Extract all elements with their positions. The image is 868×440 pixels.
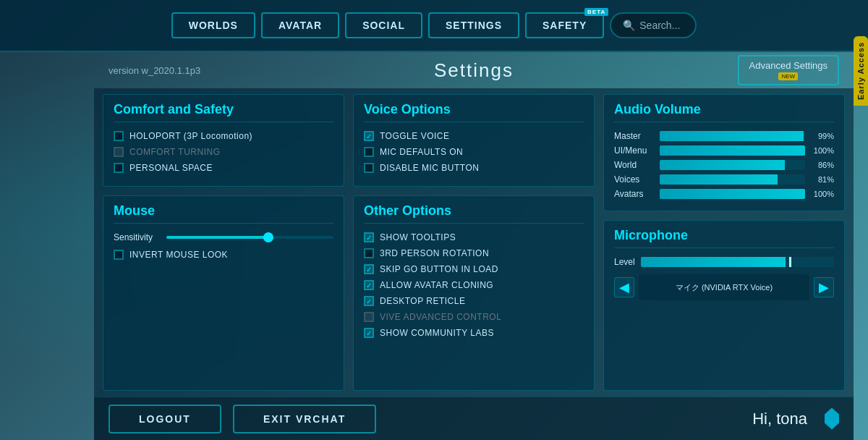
nav-settings-button[interactable]: SETTINGS bbox=[428, 12, 519, 38]
uimenu-fill bbox=[660, 145, 805, 156]
world-track[interactable] bbox=[660, 160, 805, 170]
settings-header: version w_2020.1.1p3 Settings Advanced S… bbox=[94, 52, 854, 88]
show-tooltips-checkbox[interactable] bbox=[364, 232, 374, 242]
invert-mouse-label: INVERT MOUSE LOOK bbox=[129, 250, 228, 260]
master-track[interactable] bbox=[660, 131, 805, 141]
master-fill bbox=[660, 131, 804, 141]
personal-space-label: PERSONAL SPACE bbox=[129, 163, 213, 173]
toggle-voice-label: TOGGLE VOICE bbox=[380, 131, 449, 141]
mic-next-button[interactable]: ▶ bbox=[814, 277, 834, 297]
other-options-panel: Other Options SHOW TOOLTIPS 3RD PERSON R… bbox=[353, 195, 595, 391]
uimenu-label: UI/Menu bbox=[614, 145, 654, 156]
advanced-settings-button[interactable]: Advanced Settings NEW bbox=[738, 55, 839, 85]
skip-go-checkbox[interactable] bbox=[364, 264, 374, 274]
holoport-label: HOLOPORT (3P Locomotion) bbox=[129, 131, 252, 141]
holoport-checkbox[interactable] bbox=[114, 131, 124, 141]
voices-pct: 81% bbox=[811, 175, 834, 184]
voices-volume-row: Voices 81% bbox=[614, 174, 834, 185]
world-label: World bbox=[614, 160, 654, 170]
master-pct: 99% bbox=[811, 132, 834, 140]
comfort-turning-checkbox[interactable] bbox=[114, 147, 124, 157]
other-options-title: Other Options bbox=[364, 203, 584, 224]
skip-go-item: SKIP GO BUTTON IN LOAD bbox=[364, 264, 584, 274]
3rd-person-item: 3RD PERSON ROTATION bbox=[364, 248, 584, 258]
nav-bar: WORLDS AVATAR SOCIAL SETTINGS SAFETY BET… bbox=[0, 0, 868, 52]
mic-defaults-checkbox[interactable] bbox=[364, 147, 374, 157]
community-labs-label: SHOW COMMUNITY LABS bbox=[380, 328, 494, 338]
logout-button[interactable]: LOGOUT bbox=[109, 405, 221, 433]
voices-track[interactable] bbox=[660, 174, 805, 185]
nav-worlds-button[interactable]: WORLDS bbox=[171, 12, 255, 38]
exit-vrchat-button[interactable]: EXIT VRCHAT bbox=[233, 405, 376, 433]
right-column: Audio Volume Master 99% UI/Menu 100% bbox=[603, 94, 845, 391]
uimenu-track[interactable] bbox=[660, 145, 805, 156]
left-column: Comfort and Safety HOLOPORT (3P Locomoti… bbox=[103, 94, 344, 391]
avatars-pct: 100% bbox=[811, 190, 834, 198]
world-pct: 86% bbox=[811, 161, 834, 169]
desktop-reticle-checkbox[interactable] bbox=[364, 296, 374, 306]
personal-space-item: PERSONAL SPACE bbox=[114, 163, 333, 173]
beta-badge: BETA bbox=[584, 8, 608, 16]
uimenu-pct: 100% bbox=[811, 146, 834, 155]
disable-mic-label: DISABLE MIC BUTTON bbox=[380, 163, 479, 173]
sensitivity-thumb bbox=[263, 232, 273, 242]
nav-avatar-button[interactable]: AVATAR bbox=[261, 12, 339, 38]
master-volume-row: Master 99% bbox=[614, 131, 834, 141]
audio-volume-title: Audio Volume bbox=[614, 102, 834, 122]
desktop-reticle-label: DESKTOP RETICLE bbox=[380, 296, 465, 306]
invert-mouse-item: INVERT MOUSE LOOK bbox=[114, 250, 333, 260]
mouse-title: Mouse bbox=[114, 203, 333, 224]
invert-mouse-checkbox[interactable] bbox=[114, 250, 124, 260]
sensitivity-fill bbox=[166, 236, 267, 239]
allow-cloning-item: ALLOW AVATAR CLONING bbox=[364, 280, 584, 290]
master-label: Master bbox=[614, 131, 654, 141]
greeting-text: Hi, tona bbox=[752, 410, 807, 428]
disable-mic-checkbox[interactable] bbox=[364, 163, 374, 173]
avatars-label: Avatars bbox=[614, 189, 654, 199]
show-tooltips-label: SHOW TOOLTIPS bbox=[380, 232, 456, 242]
personal-space-checkbox[interactable] bbox=[114, 163, 124, 173]
world-volume-row: World 86% bbox=[614, 160, 834, 170]
comfort-turning-item: COMFORT TURNING bbox=[114, 147, 333, 157]
middle-column: Voice Options TOGGLE VOICE MIC DEFAULTS … bbox=[353, 94, 595, 391]
mic-prev-button[interactable]: ◀ bbox=[614, 277, 634, 297]
avatars-volume-row: Avatars 100% bbox=[614, 189, 834, 199]
settings-title: Settings bbox=[434, 59, 514, 82]
allow-cloning-label: ALLOW AVATAR CLONING bbox=[380, 280, 493, 290]
search-box: 🔍 Search... bbox=[610, 12, 697, 38]
sensitivity-track[interactable] bbox=[166, 236, 333, 239]
nav-safety-button[interactable]: SAFETY BETA bbox=[525, 12, 604, 38]
voice-options-panel: Voice Options TOGGLE VOICE MIC DEFAULTS … bbox=[353, 94, 595, 187]
community-labs-item: SHOW COMMUNITY LABS bbox=[364, 328, 584, 338]
3rd-person-checkbox[interactable] bbox=[364, 248, 374, 258]
toggle-voice-checkbox[interactable] bbox=[364, 131, 374, 141]
nav-social-button[interactable]: SOCIAL bbox=[345, 12, 422, 38]
voice-options-title: Voice Options bbox=[364, 102, 584, 122]
comfort-safety-title: Comfort and Safety bbox=[114, 102, 333, 122]
mic-level-track[interactable] bbox=[641, 257, 834, 267]
audio-volume-panel: Audio Volume Master 99% UI/Menu 100% bbox=[603, 94, 845, 211]
version-text: version w_2020.1.1p3 bbox=[109, 65, 200, 76]
allow-cloning-checkbox[interactable] bbox=[364, 280, 374, 290]
mic-level-fill bbox=[641, 257, 786, 267]
world-fill bbox=[660, 160, 785, 170]
vive-advanced-label: VIVE ADVANCED CONTROL bbox=[380, 312, 501, 322]
vive-advanced-checkbox[interactable] bbox=[364, 312, 374, 322]
avatars-track[interactable] bbox=[660, 189, 805, 199]
microphone-panel: Microphone Level ◀ マイク (NVIDIA RTX Voice… bbox=[603, 220, 845, 391]
desktop-reticle-item: DESKTOP RETICLE bbox=[364, 296, 584, 306]
search-placeholder-text: Search... bbox=[639, 20, 680, 31]
show-tooltips-item: SHOW TOOLTIPS bbox=[364, 232, 584, 242]
mic-level-row: Level bbox=[614, 257, 834, 267]
vive-advanced-item: VIVE ADVANCED CONTROL bbox=[364, 312, 584, 322]
settings-container: version w_2020.1.1p3 Settings Advanced S… bbox=[94, 52, 854, 440]
avatars-fill bbox=[660, 189, 805, 199]
mouse-panel: Mouse Sensitivity INVERT MOUSE LOOK bbox=[103, 195, 344, 391]
mic-selector: ◀ マイク (NVIDIA RTX Voice) ▶ bbox=[614, 274, 834, 300]
voices-fill bbox=[660, 174, 778, 185]
community-labs-checkbox[interactable] bbox=[364, 328, 374, 338]
toggle-voice-item: TOGGLE VOICE bbox=[364, 131, 584, 141]
mic-level-indicator bbox=[789, 257, 791, 267]
disable-mic-item: DISABLE MIC BUTTON bbox=[364, 163, 584, 173]
microphone-title: Microphone bbox=[614, 228, 834, 248]
